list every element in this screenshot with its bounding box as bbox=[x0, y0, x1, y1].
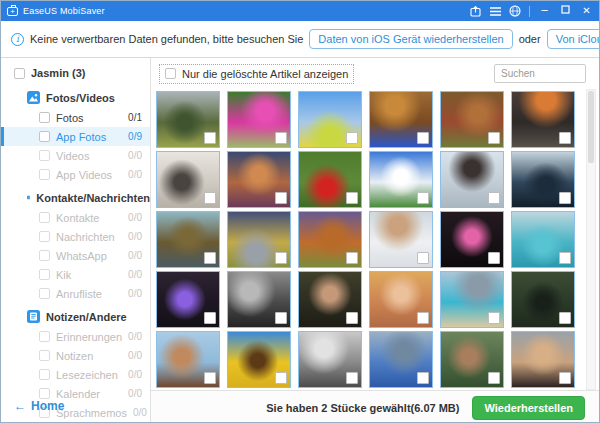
photo-checkbox[interactable] bbox=[346, 132, 358, 144]
photo-checkbox[interactable] bbox=[488, 252, 500, 264]
sidebar-item-checkbox[interactable] bbox=[39, 212, 50, 223]
photo-thumbnail[interactable] bbox=[369, 151, 433, 208]
close-icon[interactable]: ✕ bbox=[580, 5, 593, 17]
maximize-icon[interactable] bbox=[559, 5, 572, 17]
photo-thumbnail[interactable] bbox=[298, 211, 362, 268]
photo-checkbox[interactable] bbox=[346, 192, 358, 204]
photo-thumbnail[interactable] bbox=[440, 151, 504, 208]
photo-checkbox[interactable] bbox=[559, 192, 571, 204]
photo-checkbox[interactable] bbox=[346, 252, 358, 264]
photo-thumbnail[interactable] bbox=[369, 91, 433, 148]
sidebar-item-checkbox[interactable] bbox=[39, 131, 50, 142]
photo-checkbox[interactable] bbox=[204, 312, 216, 324]
photo-checkbox[interactable] bbox=[559, 132, 571, 144]
photo-thumbnail[interactable] bbox=[511, 211, 575, 268]
sidebar-item-app-fotos[interactable]: App Fotos 0/9 bbox=[1, 127, 150, 146]
photo-thumbnail[interactable] bbox=[440, 211, 504, 268]
photo-checkbox[interactable] bbox=[204, 252, 216, 264]
sidebar-item-whatsapp[interactable]: WhatsApp 0/0 bbox=[1, 246, 150, 265]
recover-from-ios-button[interactable]: Daten von iOS Gerät wiederherstellen bbox=[309, 29, 512, 49]
device-checkbox[interactable] bbox=[14, 68, 25, 79]
sidebar-item-checkbox[interactable] bbox=[39, 369, 50, 380]
sidebar-item-anrufliste[interactable]: Anrufliste 0/0 bbox=[1, 284, 150, 303]
sidebar-item-checkbox[interactable] bbox=[39, 331, 50, 342]
minimize-icon[interactable]: ─ bbox=[538, 5, 551, 17]
sidebar-item-nachrichten[interactable]: Nachrichten 0/0 bbox=[1, 227, 150, 246]
photo-checkbox[interactable] bbox=[275, 132, 287, 144]
photo-thumbnail[interactable] bbox=[511, 91, 575, 148]
photo-checkbox[interactable] bbox=[488, 132, 500, 144]
sidebar-item-notizen[interactable]: Notizen 0/0 bbox=[1, 346, 150, 365]
photo-checkbox[interactable] bbox=[559, 252, 571, 264]
photo-thumbnail[interactable] bbox=[511, 271, 575, 328]
photo-thumbnail[interactable] bbox=[298, 91, 362, 148]
photo-checkbox[interactable] bbox=[275, 312, 287, 324]
scrollbar[interactable] bbox=[586, 89, 596, 390]
photo-thumbnail[interactable] bbox=[227, 331, 291, 388]
photo-checkbox[interactable] bbox=[204, 192, 216, 204]
deleted-only-checkbox[interactable] bbox=[165, 68, 176, 79]
sidebar-item-fotos[interactable]: Fotos 0/1 bbox=[1, 108, 150, 127]
photo-checkbox[interactable] bbox=[204, 132, 216, 144]
photo-thumbnail[interactable] bbox=[227, 271, 291, 328]
photo-thumbnail[interactable] bbox=[298, 331, 362, 388]
sidebar-item-checkbox[interactable] bbox=[39, 388, 50, 399]
photo-checkbox[interactable] bbox=[488, 312, 500, 324]
sidebar-item-checkbox[interactable] bbox=[39, 350, 50, 361]
share-icon[interactable] bbox=[469, 5, 481, 17]
recover-button[interactable]: Wiederherstellen bbox=[472, 396, 585, 420]
photo-checkbox[interactable] bbox=[488, 192, 500, 204]
photo-thumbnail[interactable] bbox=[227, 91, 291, 148]
photo-thumbnail[interactable] bbox=[156, 91, 220, 148]
sidebar-item-videos[interactable]: Videos 0/0 bbox=[1, 146, 150, 165]
photo-checkbox[interactable] bbox=[488, 372, 500, 384]
photo-checkbox[interactable] bbox=[204, 372, 216, 384]
sidebar-item-checkbox[interactable] bbox=[39, 250, 50, 261]
search-input[interactable] bbox=[494, 64, 586, 83]
photo-thumbnail[interactable] bbox=[156, 151, 220, 208]
photo-checkbox[interactable] bbox=[559, 372, 571, 384]
photo-thumbnail[interactable] bbox=[369, 331, 433, 388]
photo-checkbox[interactable] bbox=[275, 372, 287, 384]
sidebar-item-checkbox[interactable] bbox=[39, 169, 50, 180]
sidebar-item-checkbox[interactable] bbox=[39, 288, 50, 299]
photo-checkbox[interactable] bbox=[417, 192, 429, 204]
photo-thumbnail[interactable] bbox=[511, 331, 575, 388]
sidebar-item-kik[interactable]: Kik 0/0 bbox=[1, 265, 150, 284]
photo-checkbox[interactable] bbox=[417, 372, 429, 384]
photo-thumbnail[interactable] bbox=[227, 211, 291, 268]
globe-icon[interactable] bbox=[509, 5, 521, 17]
sidebar-item-checkbox[interactable] bbox=[39, 231, 50, 242]
deleted-only-filter[interactable]: Nur die gelöschte Artikel anzeigen bbox=[159, 64, 354, 84]
photo-thumbnail[interactable] bbox=[440, 91, 504, 148]
photo-checkbox[interactable] bbox=[275, 192, 287, 204]
photo-thumbnail[interactable] bbox=[369, 211, 433, 268]
photo-thumbnail[interactable] bbox=[511, 151, 575, 208]
photo-thumbnail[interactable] bbox=[440, 331, 504, 388]
home-button[interactable]: ← Home bbox=[14, 399, 64, 413]
photo-checkbox[interactable] bbox=[346, 372, 358, 384]
sidebar-item-checkbox[interactable] bbox=[39, 150, 50, 161]
photo-thumbnail[interactable] bbox=[227, 151, 291, 208]
photo-checkbox[interactable] bbox=[346, 312, 358, 324]
photo-checkbox[interactable] bbox=[417, 252, 429, 264]
sidebar-item-lesezeichen[interactable]: Lesezeichen 0/0 bbox=[1, 365, 150, 384]
photo-thumbnail[interactable] bbox=[369, 271, 433, 328]
sidebar-item-app-videos[interactable]: App Videos 0/0 bbox=[1, 165, 150, 184]
photo-thumbnail[interactable] bbox=[156, 271, 220, 328]
photo-thumbnail[interactable] bbox=[156, 211, 220, 268]
photo-thumbnail[interactable] bbox=[156, 331, 220, 388]
photo-checkbox[interactable] bbox=[559, 312, 571, 324]
sidebar-item-checkbox[interactable] bbox=[39, 269, 50, 280]
recover-from-icloud-button[interactable]: Von iCloud Backup wiederherstellen bbox=[547, 29, 600, 49]
sidebar-item-checkbox[interactable] bbox=[39, 112, 50, 123]
menu-icon[interactable] bbox=[489, 5, 501, 17]
photo-thumbnail[interactable] bbox=[298, 271, 362, 328]
photo-checkbox[interactable] bbox=[417, 312, 429, 324]
photo-checkbox[interactable] bbox=[275, 252, 287, 264]
device-row[interactable]: Jasmin (3) bbox=[1, 58, 150, 84]
scrollbar-thumb[interactable] bbox=[588, 91, 594, 163]
photo-checkbox[interactable] bbox=[417, 132, 429, 144]
photo-thumbnail[interactable] bbox=[440, 271, 504, 328]
sidebar-item-erinnerungen[interactable]: Erinnerungen 0/0 bbox=[1, 327, 150, 346]
